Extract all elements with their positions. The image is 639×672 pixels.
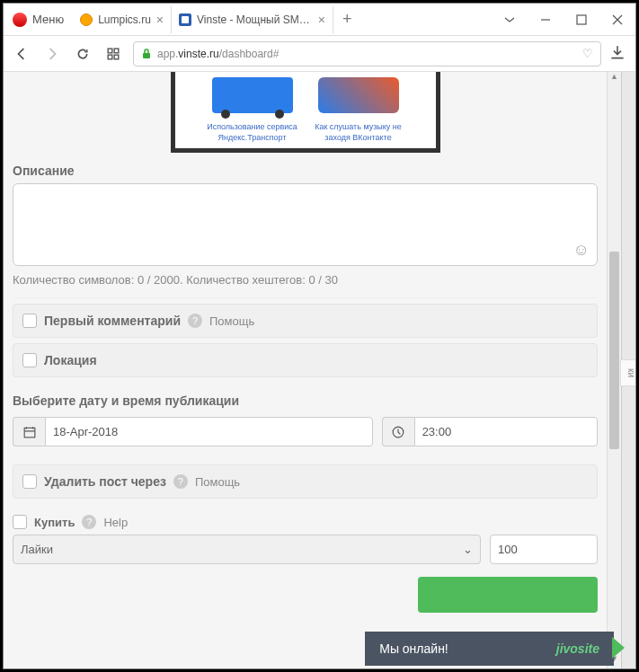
forward-button[interactable] (41, 43, 63, 65)
description-label: Описание (13, 164, 598, 178)
close-tab-icon[interactable]: × (156, 13, 164, 27)
help-text: Помощь (209, 314, 254, 328)
svg-rect-3 (108, 55, 112, 59)
opera-menu-button[interactable]: Меню (4, 13, 73, 27)
preview-caption: Использование сервиса Яндекс.Транспорт (203, 122, 302, 143)
pubtime-label: Выберите дату и время публикации (13, 393, 598, 408)
description-textarea[interactable]: ☺ (13, 183, 598, 266)
delete-after-row: Удалить пост через ? Помощь (13, 464, 598, 499)
back-button[interactable] (11, 43, 32, 65)
calendar-icon[interactable] (13, 417, 45, 447)
svg-rect-0 (577, 15, 586, 24)
preview-item: Использование сервиса Яндекс.Транспорт (203, 77, 302, 143)
svg-rect-2 (114, 49, 119, 53)
speed-dial-button[interactable] (102, 43, 124, 65)
date-input-group: 18-Apr-2018 (13, 417, 373, 447)
location-checkbox[interactable] (22, 353, 37, 367)
close-window-button[interactable] (599, 5, 635, 34)
lock-icon (141, 49, 152, 59)
buy-label: Купить (34, 516, 75, 529)
vinste-favicon-icon (179, 13, 191, 26)
time-input[interactable]: 23:00 (414, 417, 598, 447)
minimize-button[interactable] (528, 5, 564, 34)
preview-image-icon (212, 77, 293, 113)
preview-image-icon (318, 77, 399, 113)
url-text: app.vinste.ru/dashboard# (157, 48, 279, 60)
titlebar: Меню Lumpics.ru × Vinste - Мощный SMM-се… (4, 4, 635, 36)
location-label: Локация (44, 353, 97, 367)
first-comment-label: Первый комментарий (44, 314, 181, 328)
chevron-down-icon: ⌄ (463, 543, 473, 556)
buy-checkbox[interactable] (13, 515, 27, 529)
bookmark-icon[interactable]: ♡ (582, 47, 593, 60)
first-comment-row: Первый комментарий ? Помощь (13, 304, 598, 338)
opera-logo-icon (13, 13, 27, 27)
collapse-tabs-button[interactable] (492, 5, 528, 34)
panel-stub[interactable]: ки (620, 359, 635, 386)
svg-rect-4 (114, 55, 119, 59)
location-row: Локация (13, 343, 598, 377)
chat-status: Мы онлайн! (379, 641, 448, 656)
help-icon[interactable]: ? (188, 314, 202, 328)
tab-vinste[interactable]: Vinste - Мощный SMM-се × (172, 6, 333, 33)
svg-rect-5 (143, 53, 150, 58)
date-input[interactable]: 18-Apr-2018 (45, 417, 373, 447)
address-bar[interactable]: app.vinste.ru/dashboard# ♡ (133, 41, 601, 66)
page-scrollbar[interactable]: ▲ ▼ (607, 72, 621, 668)
delete-after-label: Удалить пост через (44, 474, 166, 489)
help-icon[interactable]: ? (173, 474, 188, 489)
page-content: Использование сервиса Яндекс.Транспорт К… (4, 72, 607, 668)
clock-icon[interactable] (382, 417, 414, 447)
svg-rect-1 (108, 49, 112, 53)
close-tab-icon[interactable]: × (318, 13, 325, 27)
new-tab-button[interactable]: + (333, 10, 361, 29)
select-value: Лайки (21, 543, 53, 556)
emoji-picker-icon[interactable]: ☺ (573, 241, 590, 260)
right-panel-edge: ки (621, 72, 635, 668)
downloads-button[interactable] (610, 45, 628, 63)
toolbar: app.vinste.ru/dashboard# ♡ (4, 36, 635, 72)
content-area: Использование сервиса Яндекс.Транспорт К… (4, 72, 635, 668)
browser-window: Меню Lumpics.ru × Vinste - Мощный SMM-се… (3, 3, 636, 669)
tab-title: Lumpics.ru (98, 13, 151, 26)
tab-title: Vinste - Мощный SMM-се (197, 13, 313, 26)
preview-item: Как слушать музыку не заходя ВКонтакте (309, 77, 408, 143)
window-controls (492, 5, 635, 34)
maximize-button[interactable] (564, 5, 599, 34)
buy-type-select[interactable]: Лайки ⌄ (13, 535, 481, 564)
help-text: Help (103, 516, 128, 529)
svg-rect-6 (24, 428, 35, 438)
char-counter: Количество символов: 0 / 2000. Количеств… (13, 273, 598, 287)
help-icon[interactable]: ? (82, 515, 96, 529)
tab-lumpics[interactable]: Lumpics.ru × (73, 6, 172, 33)
submit-button[interactable] (418, 577, 598, 613)
help-text: Помощь (195, 475, 240, 489)
lumpics-favicon-icon (80, 13, 93, 26)
buy-qty-input[interactable]: 100 (490, 535, 598, 564)
delete-after-checkbox[interactable] (22, 474, 37, 489)
reload-button[interactable] (72, 43, 93, 65)
first-comment-checkbox[interactable] (22, 314, 37, 328)
menu-label: Меню (32, 13, 64, 26)
jivosite-chat-widget[interactable]: Мы онлайн! jivosite (365, 632, 614, 666)
jivosite-brand: jivosite (556, 641, 599, 656)
time-input-group: 23:00 (382, 417, 598, 447)
scroll-thumb[interactable] (609, 252, 619, 449)
chat-flap-icon (612, 637, 625, 659)
preview-caption: Как слушать музыку не заходя ВКонтакте (309, 122, 408, 143)
scroll-up-icon[interactable]: ▲ (608, 72, 621, 86)
post-preview: Использование сервиса Яндекс.Транспорт К… (171, 72, 440, 153)
